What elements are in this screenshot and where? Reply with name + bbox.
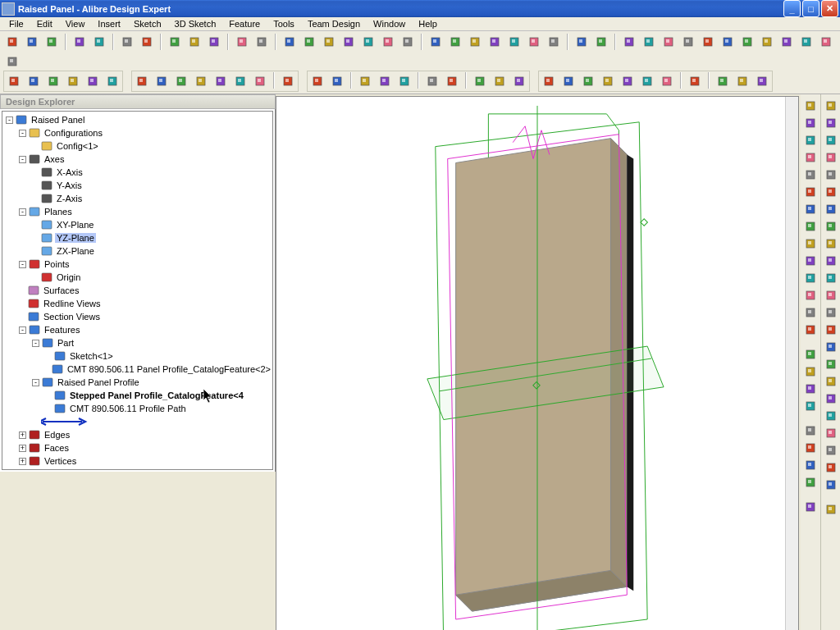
toolbar-a5-button[interactable] [699,33,717,51]
sketch-tool-n-button[interactable] [802,322,819,338]
tree-item[interactable]: -Planes [2,205,272,218]
tree-item[interactable]: -Part [2,336,272,349]
tree-item[interactable]: +Vertices [2,454,272,468]
toolbar-a12-button[interactable] [3,52,21,71]
menu-window[interactable]: Window [368,17,411,30]
tree-item[interactable]: CMT 890.506.11 Panel Profile_CatalogFeat… [2,363,272,376]
toolbar-v1-button[interactable] [540,72,558,90]
tree-item[interactable]: Config<1> [2,139,272,153]
tree-item[interactable]: YZ-Plane [2,231,272,244]
expand-toggle[interactable]: - [19,261,26,268]
expand-toggle[interactable]: - [19,326,26,334]
feature-tool-l-button[interactable] [823,287,839,304]
toolbar-v7-button[interactable] [658,72,676,90]
toolbar-back-button[interactable] [423,72,441,90]
feature-tool-n-button[interactable] [823,322,839,338]
sketch-tool-t-button[interactable] [802,440,819,456]
feature-tool-w-button[interactable] [823,477,839,493]
toolbar-p1-button[interactable] [281,33,299,51]
toolbar-a9-button[interactable] [778,33,796,51]
feature-tool-c-button[interactable] [823,132,839,148]
toolbar-erase-button[interactable] [118,33,136,51]
feature-tool-t-button[interactable] [823,425,839,441]
toolbar-s1-button[interactable] [5,72,23,90]
toolbar-a8-button[interactable] [758,33,776,51]
sketch-tool-s-button[interactable] [802,422,819,439]
toolbar-s4-button[interactable] [64,72,82,90]
expand-toggle[interactable]: - [19,130,26,137]
toolbar-m2-button[interactable] [446,33,464,51]
feature-tool-e-button[interactable] [823,167,839,183]
toolbar-save-button[interactable] [43,33,61,51]
feature-tool-o-button[interactable] [823,339,839,355]
toolbar-m6-button[interactable] [525,33,543,51]
feature-tool-a-button[interactable] [823,98,839,114]
feature-tool-f-button[interactable] [823,184,839,200]
toolbar-p5-button[interactable] [359,33,377,51]
tree-item[interactable]: Stepped Panel Profile_CatalogFeature<4 [2,389,272,402]
toolbar-a1-button[interactable] [620,33,638,51]
toolbar-v5-button[interactable] [619,72,637,90]
sketch-tool-e-button[interactable] [802,167,819,183]
menu-view[interactable]: View [60,17,91,30]
tree-item[interactable]: Section Views [2,310,272,323]
toolbar-sh2-button[interactable] [491,72,509,90]
toolbar-iso-button[interactable] [686,72,704,90]
toolbar-m7-button[interactable] [545,33,563,51]
toolbar-a10-button[interactable] [797,33,815,51]
close-button[interactable]: ✕ [821,0,838,17]
tree-item[interactable] [2,415,272,428]
feature-tool-g-button[interactable] [823,201,839,217]
toolbar-s5-button[interactable] [84,72,102,90]
toolbar-p7-button[interactable] [399,33,417,51]
menu-edit[interactable]: Edit [31,17,58,30]
toolbar-xp-button[interactable] [714,72,732,90]
toolbar-a4-button[interactable] [679,33,697,51]
sketch-tool-b-button[interactable] [802,115,819,131]
expand-toggle[interactable]: - [19,208,26,216]
sketch-tool-c-button[interactable] [802,132,819,148]
maximize-button[interactable]: □ [802,0,819,17]
sketch-tool-i-button[interactable] [802,235,819,252]
menu-sketch[interactable]: Sketch [128,17,167,30]
sketch-tool-k-button[interactable] [802,270,819,286]
menu-3d-sketch[interactable]: 3D Sketch [169,17,222,30]
tree-item[interactable]: -Raised Panel [2,113,272,126]
toolbar-sh1-button[interactable] [471,72,489,90]
sketch-tool-m-button[interactable] [802,304,819,321]
expand-toggle[interactable]: + [19,445,26,452]
toolbar-copy-button[interactable] [185,33,203,51]
toolbar-m1-button[interactable] [427,33,445,51]
toolbar-v4-button[interactable] [599,72,617,90]
tree-item[interactable]: Z-Axis [2,192,272,205]
toolbar-p2-button[interactable] [300,33,318,51]
feature-tool-d-button[interactable] [823,149,839,166]
sketch-tool-j-button[interactable] [802,253,819,269]
toolbar-z2-button[interactable] [376,72,394,90]
sketch-tool-p-button[interactable] [802,363,819,380]
feature-tool-r-button[interactable] [823,390,839,407]
toolbar-d1-button[interactable] [573,33,591,51]
feature-tree[interactable]: -Raised Panel-ConfigurationsConfig<1>-Ax… [2,111,273,470]
toolbar-paste-button[interactable] [205,33,223,51]
toolbar-a3-button[interactable] [660,33,678,51]
tree-item[interactable]: -Features [2,323,272,336]
expand-toggle[interactable]: - [6,116,13,124]
tree-item[interactable]: Sketch<1> [2,349,272,363]
toolbar-catalog-button[interactable] [90,33,108,51]
sketch-tool-o-button[interactable] [802,346,819,363]
toolbar-undo-button[interactable] [233,33,251,51]
toolbar-a6-button[interactable] [719,33,737,51]
tree-item[interactable]: Redline Views [2,297,272,310]
tree-item[interactable]: X-Axis [2,166,272,179]
toolbar-meas-button[interactable] [753,72,771,90]
tree-item[interactable]: +Edges [2,428,272,441]
sketch-tool-h-button[interactable] [802,218,819,235]
expand-toggle[interactable]: + [19,458,26,465]
expand-toggle[interactable]: - [32,340,39,347]
toolbar-f4-button[interactable] [192,72,210,90]
toolbar-f6-button[interactable] [231,72,249,90]
feature-tool-q-button[interactable] [823,373,839,390]
tree-item[interactable]: -Axes [2,153,272,166]
tree-item[interactable]: -Configurations [2,126,272,139]
